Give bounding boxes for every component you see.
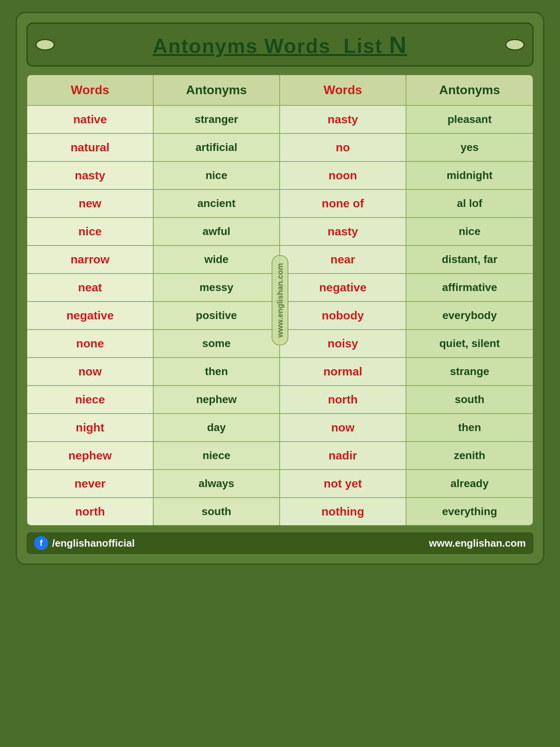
fb-handle: /englishanofficial xyxy=(52,537,135,549)
table-row: yes xyxy=(406,134,533,162)
table-row: new xyxy=(27,190,154,218)
table-row: nasty xyxy=(280,218,406,246)
table-row: nice xyxy=(27,218,154,246)
table-row: distant, far xyxy=(406,246,533,274)
table-row: noon xyxy=(280,162,406,190)
table-row: none of xyxy=(280,190,406,218)
table-row: not yet xyxy=(280,470,406,498)
footer-website: www.englishan.com xyxy=(429,537,526,549)
table-row: south xyxy=(406,386,533,414)
table-row: natural xyxy=(27,134,154,162)
table-row: nephew xyxy=(27,442,154,470)
table-row: then xyxy=(406,414,533,442)
table-row: artificial xyxy=(154,134,280,162)
title-oval-right xyxy=(505,39,525,51)
table-row: negative xyxy=(280,274,406,302)
table-row: everything xyxy=(406,498,533,525)
table-row: normal xyxy=(280,358,406,386)
table-row: stranger xyxy=(154,106,280,134)
table-row: narrow xyxy=(27,246,154,274)
card: Antonyms Words List N www.englishan.com … xyxy=(16,12,544,565)
title-bar: Antonyms Words List N xyxy=(26,23,534,67)
table-row: some xyxy=(154,330,280,358)
table-row: midnight xyxy=(406,162,533,190)
table-row: nadir xyxy=(280,442,406,470)
antonyms-table: Words Antonyms Words Antonyms native str… xyxy=(26,74,534,526)
header-antonyms-2: Antonyms xyxy=(406,75,533,106)
table-row: now xyxy=(280,414,406,442)
table-row: north xyxy=(280,386,406,414)
table-row: nephew xyxy=(154,386,280,414)
table-row: nasty xyxy=(280,106,406,134)
table-row: pleasant xyxy=(406,106,533,134)
header-words-2: Words xyxy=(280,75,406,106)
table-row: north xyxy=(27,498,154,525)
table-row: quiet, silent xyxy=(406,330,533,358)
table-row: positive xyxy=(154,302,280,330)
table-container: www.englishan.com Words Antonyms Words A… xyxy=(26,74,534,526)
table-row: native xyxy=(27,106,154,134)
table-row: nobody xyxy=(280,302,406,330)
table-row: night xyxy=(27,414,154,442)
table-row: affirmative xyxy=(406,274,533,302)
table-row: niece xyxy=(154,442,280,470)
table-row: awful xyxy=(154,218,280,246)
table-row: niece xyxy=(27,386,154,414)
table-row: nasty xyxy=(27,162,154,190)
table-row: messy xyxy=(154,274,280,302)
header-antonyms-1: Antonyms xyxy=(154,75,280,106)
footer: f /englishanofficial www.englishan.com xyxy=(26,532,534,554)
title-oval-left xyxy=(35,39,55,51)
table-row: day xyxy=(154,414,280,442)
table-row: never xyxy=(27,470,154,498)
table-row: none xyxy=(27,330,154,358)
header-words-1: Words xyxy=(27,75,154,106)
table-row: nice xyxy=(406,218,533,246)
footer-social: f /englishanofficial xyxy=(34,536,135,550)
table-row: then xyxy=(154,358,280,386)
table-row: ancient xyxy=(154,190,280,218)
table-row: al lof xyxy=(406,190,533,218)
table-row: everybody xyxy=(406,302,533,330)
table-row: already xyxy=(406,470,533,498)
table-row: no xyxy=(280,134,406,162)
table-row: negative xyxy=(27,302,154,330)
table-row: south xyxy=(154,498,280,525)
table-row: always xyxy=(154,470,280,498)
table-row: zenith xyxy=(406,442,533,470)
table-row: near xyxy=(280,246,406,274)
table-row: now xyxy=(27,358,154,386)
table-row: neat xyxy=(27,274,154,302)
table-row: nice xyxy=(154,162,280,190)
table-row: noisy xyxy=(280,330,406,358)
table-row: nothing xyxy=(280,498,406,525)
table-row: wide xyxy=(154,246,280,274)
table-grid: Words Antonyms Words Antonyms native str… xyxy=(27,75,533,525)
page-title: Antonyms Words List N xyxy=(153,31,407,58)
facebook-icon: f xyxy=(34,536,48,550)
table-row: strange xyxy=(406,358,533,386)
